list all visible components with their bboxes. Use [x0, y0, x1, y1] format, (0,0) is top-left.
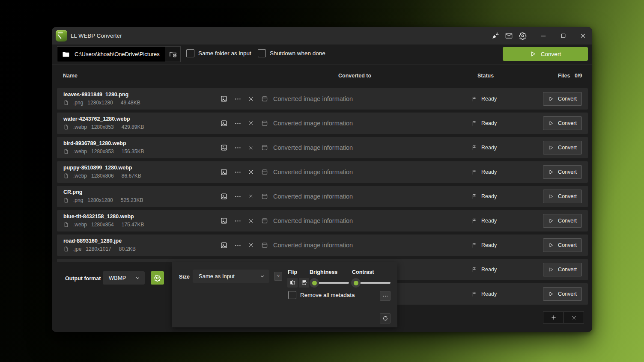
preview-image-button[interactable] [218, 166, 230, 178]
flag-icon [471, 291, 478, 297]
row-more-button[interactable] [232, 239, 244, 251]
row-more-button[interactable] [232, 93, 244, 105]
flag-icon [471, 169, 478, 175]
party-horn-icon [491, 32, 499, 40]
row-more-button[interactable] [232, 142, 244, 154]
contact-button[interactable] [502, 29, 516, 42]
close-icon [571, 315, 577, 321]
image-icon [220, 241, 228, 249]
row-remove-button[interactable] [245, 166, 257, 178]
preview-image-button[interactable] [218, 190, 230, 202]
preview-image-button[interactable] [218, 142, 230, 154]
image-icon [220, 95, 228, 103]
status-text: Ready [481, 96, 497, 102]
row-convert-button[interactable]: Convert [543, 116, 582, 130]
close-icon [247, 169, 254, 175]
file-size: 525.23KB [121, 197, 143, 203]
title-bar: LL WEBP Converter [52, 27, 592, 45]
file-name: blue-tit-8432158_1280.webp [63, 214, 134, 220]
row-more-button[interactable] [232, 215, 244, 227]
mail-icon [505, 32, 513, 40]
remove-metadata-checkbox[interactable]: Remove all metadata [288, 291, 355, 299]
row-remove-button[interactable] [245, 239, 257, 251]
settings-button[interactable] [516, 29, 529, 42]
file-name: road-8893160_1280.jpe [63, 238, 122, 244]
conversion-settings-panel: Size Same as Input ? Flip Brightness [172, 262, 397, 327]
flip-vertical-button[interactable] [299, 278, 309, 288]
close-button[interactable] [574, 29, 591, 42]
preview-image-button[interactable] [218, 117, 230, 129]
converted-info: Converted image information [261, 88, 353, 110]
convert-all-button[interactable]: Convert [503, 47, 588, 61]
output-path-field[interactable]: C:\Users\khoah\OneDrive\Pictures [57, 47, 165, 62]
browse-folder-button[interactable] [165, 47, 180, 62]
maximize-button[interactable] [555, 29, 572, 42]
size-help-button[interactable]: ? [274, 272, 282, 281]
row-convert-button[interactable]: Convert [543, 263, 582, 276]
file-meta: .png 1280x1280 49.48KB [63, 100, 140, 106]
metadata-more-button[interactable] [380, 291, 391, 301]
row-convert-button[interactable]: Convert [543, 141, 582, 154]
table-row: puppy-8510899_1280.webp .webp 1280x806 8… [57, 161, 588, 183]
row-remove-button[interactable] [245, 142, 257, 154]
clear-list-button[interactable] [564, 312, 584, 323]
row-convert-button[interactable]: Convert [543, 238, 582, 252]
file-meta: .png 1280x1280 525.23KB [63, 197, 143, 203]
flip-horizontal-icon [289, 279, 296, 286]
row-more-button[interactable] [232, 117, 244, 129]
file-dimensions: 1280x1280 [87, 197, 113, 203]
size-select[interactable]: Same as Input [193, 270, 269, 283]
close-icon [247, 193, 254, 200]
row-convert-button[interactable]: Convert [543, 287, 582, 301]
table-row: bird-8936789_1280.webp .webp 1280x853 15… [57, 137, 588, 158]
row-convert-button[interactable]: Convert [543, 92, 582, 106]
row-remove-button[interactable] [245, 190, 257, 202]
file-meta: .webp 1280x853 156.35KB [63, 148, 144, 154]
flip-horizontal-button[interactable] [287, 278, 298, 288]
close-icon [247, 120, 254, 127]
add-files-button[interactable] [543, 312, 564, 323]
row-more-button[interactable] [232, 166, 244, 178]
chevron-down-icon [259, 273, 265, 279]
file-size: 156.35KB [122, 148, 144, 154]
row-more-button[interactable] [232, 190, 244, 202]
play-icon [548, 291, 554, 297]
preview-image-button[interactable] [218, 93, 230, 105]
row-convert-button[interactable]: Convert [543, 214, 582, 228]
preview-image-button[interactable] [218, 239, 230, 251]
list-header: Name Converted to Status Files 0/9 [52, 65, 592, 83]
contrast-slider-thumb[interactable] [351, 278, 361, 288]
preview-image-button[interactable] [218, 215, 230, 227]
checkbox-box[interactable] [288, 291, 296, 299]
converted-info-text: Converted image information [273, 144, 353, 151]
checkbox-box[interactable] [186, 49, 194, 57]
same-folder-checkbox[interactable]: Same folder as input [186, 49, 251, 57]
row-remove-button[interactable] [245, 215, 257, 227]
checkbox-box[interactable] [258, 49, 266, 57]
row-status: Ready [471, 113, 497, 134]
format-settings-button[interactable] [151, 271, 164, 285]
row-convert-label: Convert [558, 291, 577, 297]
row-remove-button[interactable] [245, 93, 257, 105]
row-convert-button[interactable]: Convert [543, 165, 582, 179]
image-icon [220, 119, 228, 127]
brightness-slider-thumb[interactable] [310, 278, 319, 288]
app-window: LL WEBP Converter [52, 27, 592, 332]
play-icon [548, 218, 554, 224]
output-format-select[interactable]: WBMP [103, 271, 145, 285]
row-status: Ready [471, 186, 497, 207]
shutdown-checkbox[interactable]: Shutdown when done [258, 49, 325, 57]
announcements-button[interactable] [488, 29, 502, 42]
shutdown-label: Shutdown when done [270, 50, 325, 56]
converted-info: Converted image information [261, 210, 353, 231]
file-dimensions: 1280x853 [91, 124, 114, 130]
minimize-button[interactable] [535, 29, 552, 42]
image-icon [220, 168, 228, 176]
file-page-icon [63, 148, 69, 154]
file-page-icon [63, 173, 69, 179]
reset-settings-button[interactable] [380, 313, 391, 323]
file-ext: .webp [73, 124, 87, 130]
flag-icon [471, 145, 478, 151]
row-convert-button[interactable]: Convert [543, 190, 582, 203]
row-remove-button[interactable] [245, 117, 257, 129]
